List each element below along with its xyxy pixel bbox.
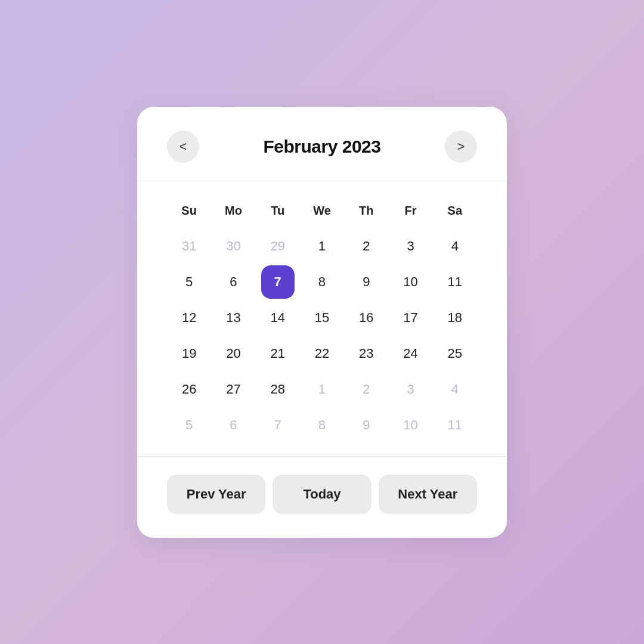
day-cell[interactable]: 8 xyxy=(305,265,339,299)
day-cell[interactable]: 18 xyxy=(438,301,472,335)
day-cell[interactable]: 11 xyxy=(438,408,472,442)
day-header-we: We xyxy=(300,198,344,230)
day-cell[interactable]: 1 xyxy=(305,230,339,263)
footer-buttons: Prev Year Today Next Year xyxy=(167,475,477,514)
day-cell[interactable]: 7 xyxy=(261,408,295,442)
month-title: February 2023 xyxy=(264,137,381,157)
day-cell[interactable]: 4 xyxy=(438,373,472,406)
day-cell[interactable]: 15 xyxy=(305,301,339,335)
calendar-grid: SuMoTuWeThFrSa31302912345678910111213141… xyxy=(167,198,477,444)
day-cell[interactable]: 2 xyxy=(349,230,383,263)
day-cell[interactable]: 17 xyxy=(394,301,428,335)
day-cell[interactable]: 21 xyxy=(261,337,295,370)
day-cell[interactable]: 1 xyxy=(305,373,339,406)
day-cell[interactable]: 6 xyxy=(216,408,250,442)
day-cell[interactable]: 9 xyxy=(349,408,383,442)
day-cell[interactable]: 23 xyxy=(349,337,383,370)
day-cell[interactable]: 8 xyxy=(305,408,339,442)
day-cell[interactable]: 3 xyxy=(394,373,428,406)
day-cell[interactable]: 13 xyxy=(216,301,250,335)
day-cell[interactable]: 25 xyxy=(438,337,472,370)
calendar-header: < February 2023 > xyxy=(167,131,477,163)
day-cell[interactable]: 24 xyxy=(394,337,428,370)
day-cell[interactable]: 12 xyxy=(172,301,206,335)
day-cell[interactable]: 22 xyxy=(305,337,339,370)
day-cell[interactable]: 30 xyxy=(216,230,250,263)
day-header-su: Su xyxy=(167,198,211,230)
day-cell[interactable]: 14 xyxy=(261,301,295,335)
day-cell[interactable]: 3 xyxy=(394,230,428,263)
day-cell[interactable]: 2 xyxy=(349,373,383,406)
footer-divider xyxy=(137,456,507,457)
day-header-mo: Mo xyxy=(211,198,255,230)
day-cell[interactable]: 27 xyxy=(216,373,250,406)
day-cell[interactable]: 11 xyxy=(438,265,472,299)
day-cell[interactable]: 9 xyxy=(349,265,383,299)
prev-month-button[interactable]: < xyxy=(167,131,199,163)
day-cell[interactable]: 4 xyxy=(438,230,472,263)
today-button[interactable]: Today xyxy=(273,475,371,514)
day-cell[interactable]: 7 xyxy=(261,265,295,299)
day-cell[interactable]: 28 xyxy=(261,373,295,406)
next-year-button[interactable]: Next Year xyxy=(379,475,477,514)
day-cell[interactable]: 6 xyxy=(216,265,250,299)
day-cell[interactable]: 20 xyxy=(216,337,250,370)
day-cell[interactable]: 16 xyxy=(349,301,383,335)
day-cell[interactable]: 31 xyxy=(172,230,206,263)
day-cell[interactable]: 5 xyxy=(172,408,206,442)
day-cell[interactable]: 29 xyxy=(261,230,295,263)
day-cell[interactable]: 26 xyxy=(172,373,206,406)
day-cell[interactable]: 10 xyxy=(394,408,428,442)
day-header-tu: Tu xyxy=(256,198,300,230)
calendar-card: < February 2023 > SuMoTuWeThFrSa31302912… xyxy=(137,107,507,538)
day-cell[interactable]: 10 xyxy=(394,265,428,299)
header-divider xyxy=(137,181,507,181)
prev-year-button[interactable]: Prev Year xyxy=(167,475,265,514)
day-header-sa: Sa xyxy=(433,198,477,230)
day-header-th: Th xyxy=(344,198,388,230)
day-header-fr: Fr xyxy=(388,198,432,230)
next-month-button[interactable]: > xyxy=(445,131,477,163)
day-cell[interactable]: 19 xyxy=(172,337,206,370)
day-cell[interactable]: 5 xyxy=(172,265,206,299)
